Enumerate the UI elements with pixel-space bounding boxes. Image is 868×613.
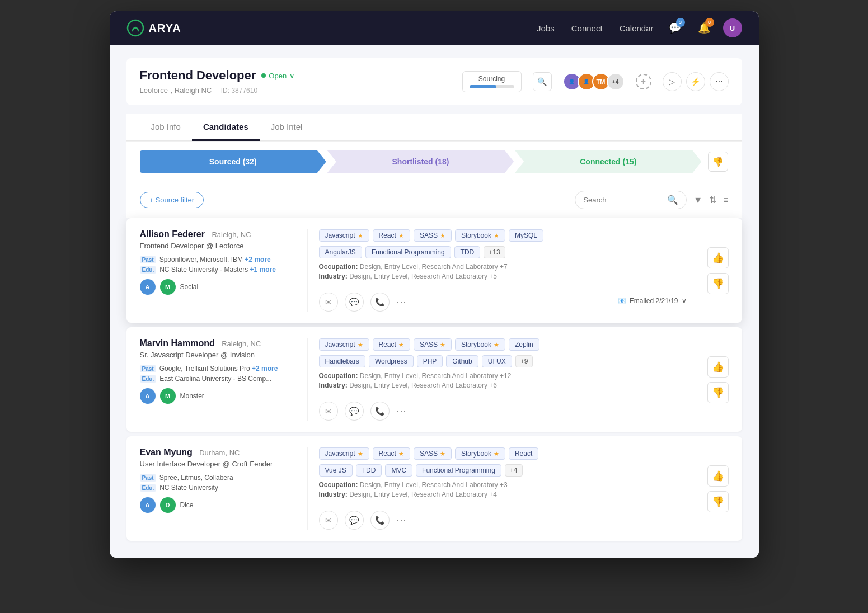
edu-label-2: Edu. <box>140 375 157 383</box>
main-content: Frontend Developer Open ∨ Leoforce , Ral… <box>110 45 759 558</box>
more-button-2[interactable]: ⋯ <box>396 405 406 417</box>
team-avatars: 👤 👤 TM +4 <box>563 73 625 91</box>
search-icon: 🔍 <box>667 195 678 205</box>
candidate-left-1: Allison Federer Raleigh, NC Frontend Dev… <box>140 229 308 312</box>
navbar-actions: 💬 3 🔔 8 U <box>665 18 742 38</box>
skills-more-3: +4 <box>505 464 523 477</box>
candidate-actions-1: ✉ 💬 📞 ⋯ <box>319 293 406 312</box>
sourcing-label: Sourcing <box>478 75 505 83</box>
email-button-1[interactable]: ✉ <box>319 293 338 312</box>
skill-wordpress-2: Wordpress <box>369 355 414 367</box>
nav-calendar[interactable]: Calendar <box>620 23 654 33</box>
sort-icon-button[interactable]: ⇅ <box>709 195 716 205</box>
past-value-2: Google, Trelliant Solutions Pro +2 more <box>159 365 278 372</box>
phone-button-2[interactable]: 📞 <box>370 402 390 421</box>
chat-button-1[interactable]: 💬 <box>345 293 364 312</box>
filter-icon: ▼ <box>693 195 702 205</box>
email-button-2[interactable]: ✉ <box>319 402 338 421</box>
tab-candidates[interactable]: Candidates <box>192 114 260 141</box>
source-filter-button[interactable]: + Source filter <box>140 192 204 208</box>
tab-job-info[interactable]: Job Info <box>140 114 192 141</box>
skills-row2-3: Vue JS TDD MVC Functional Programming +4 <box>319 464 687 477</box>
thumbup-button-2[interactable]: 👍 <box>707 356 729 378</box>
industry-1: Industry: Design, Entry Level, Research … <box>319 272 687 280</box>
sort-icon: ⇅ <box>709 195 716 205</box>
meta-past-3: Past Spree, Litmus, Collabera <box>140 474 294 482</box>
pipeline-connected[interactable]: Connected (15) <box>515 150 701 173</box>
source-icon-a2: A <box>140 388 156 404</box>
bolt-button[interactable]: ⚡ <box>686 72 705 91</box>
past-label: Past <box>140 256 156 263</box>
candidate-role-3: User Interface Developer @ Croft Fender <box>140 460 294 468</box>
add-team-member-button[interactable]: + <box>636 74 651 89</box>
skill-angular-1: AngularJS <box>319 246 362 258</box>
candidate-left-2: Marvin Hammond Raleigh, NC Sr. Javascrip… <box>140 338 308 421</box>
chat-button-3[interactable]: 💬 <box>345 511 364 530</box>
occupation-1: Occupation: Design, Entry Level, Researc… <box>319 263 687 271</box>
occupation-2: Occupation: Design, Entry Level, Researc… <box>319 372 687 380</box>
candidate-location-2: Raleigh, NC <box>222 339 261 348</box>
phone-button-3[interactable]: 📞 <box>370 511 390 530</box>
skill-react-3: React★ <box>373 447 410 460</box>
email-button-3[interactable]: ✉ <box>319 511 338 530</box>
arya-logo-icon <box>126 19 144 37</box>
email-chevron-icon: ∨ <box>682 297 687 305</box>
pipeline-shortlisted[interactable]: Shortlisted (18) <box>327 150 514 173</box>
bell-badge: 8 <box>705 18 714 27</box>
thumbdown-button-3[interactable]: 👎 <box>707 491 729 512</box>
source-label-2: Monster <box>180 392 204 400</box>
thumbdown-button-2[interactable]: 👎 <box>707 382 729 403</box>
status-dot <box>261 73 266 78</box>
filter-bar: + Source filter 🔍 ▼ ⇅ ≡ <box>126 191 742 218</box>
status-chevron-icon: ∨ <box>289 72 295 80</box>
source-label-3: Dice <box>180 501 194 509</box>
skills-row1-1: Javascript★ React★ SASS★ Storybook★ MySQ… <box>319 229 687 242</box>
past-label-3: Past <box>140 474 156 482</box>
more-options-button[interactable]: ⋯ <box>710 72 729 91</box>
source-icon-a: A <box>140 279 156 295</box>
skill-mvc-3: MVC <box>385 464 412 477</box>
filter-icon-button[interactable]: ▼ <box>693 195 702 205</box>
skill-storybook-2: Storybook★ <box>455 338 505 351</box>
more-button-1[interactable]: ⋯ <box>396 296 406 308</box>
notifications-button[interactable]: 🔔 8 <box>694 18 714 38</box>
search-input[interactable] <box>583 196 663 204</box>
job-search-button[interactable]: 🔍 <box>533 72 552 91</box>
edu-label-3: Edu. <box>140 484 157 492</box>
menu-icon-button[interactable]: ≡ <box>723 195 728 205</box>
skills-row2-1: AngularJS Functional Programming TDD +13 <box>319 246 687 258</box>
thumbup-button-3[interactable]: 👍 <box>707 465 729 487</box>
thumbup-button-1[interactable]: 👍 <box>707 247 729 268</box>
pipeline-sourced[interactable]: Sourced (32) <box>140 150 326 173</box>
candidate-location-1: Raleigh, NC <box>212 230 251 239</box>
video-button[interactable]: ▷ <box>663 72 682 91</box>
pipeline-reject-button[interactable]: 👎 <box>708 152 728 172</box>
chat-button[interactable]: 💬 3 <box>665 18 685 38</box>
past-value-3: Spree, Litmus, Collabera <box>159 474 233 482</box>
nav-jobs[interactable]: Jobs <box>537 23 555 33</box>
progress-bar <box>470 85 514 88</box>
search-box[interactable]: 🔍 <box>575 191 687 209</box>
occupation-3: Occupation: Design, Entry Level, Researc… <box>319 481 687 489</box>
vote-actions-3: 👍 👎 <box>698 447 729 530</box>
thumbdown-button-1[interactable]: 👎 <box>707 273 729 294</box>
chat-button-2[interactable]: 💬 <box>345 402 364 421</box>
skills-row1-3: Javascript★ React★ SASS★ Storybook★ Reac… <box>319 447 687 460</box>
nav-connect[interactable]: Connect <box>571 23 603 33</box>
skill-js-2: Javascript★ <box>319 338 369 351</box>
source-icon-a3: A <box>140 497 156 513</box>
edu-label: Edu. <box>140 266 157 274</box>
tab-job-intel[interactable]: Job Intel <box>260 114 314 141</box>
meta-past-1: Past Spoonflower, Microsoft, IBM +2 more <box>140 256 294 263</box>
source-icon-m: M <box>160 279 176 295</box>
past-value-1: Spoonflower, Microsoft, IBM +2 more <box>159 256 271 263</box>
candidate-right-1: Javascript★ React★ SASS★ Storybook★ MySQ… <box>308 229 698 312</box>
more-button-3[interactable]: ⋯ <box>396 514 406 526</box>
card-bottom-2: ✉ 💬 📞 ⋯ <box>319 395 687 421</box>
candidate-meta-3: Past Spree, Litmus, Collabera Edu. NC St… <box>140 474 294 492</box>
skill-sass-1: SASS★ <box>414 229 452 242</box>
candidate-right-3: Javascript★ React★ SASS★ Storybook★ Reac… <box>308 447 698 530</box>
progress-fill <box>470 85 496 88</box>
user-avatar[interactable]: U <box>723 18 742 37</box>
phone-button-1[interactable]: 📞 <box>370 293 390 312</box>
